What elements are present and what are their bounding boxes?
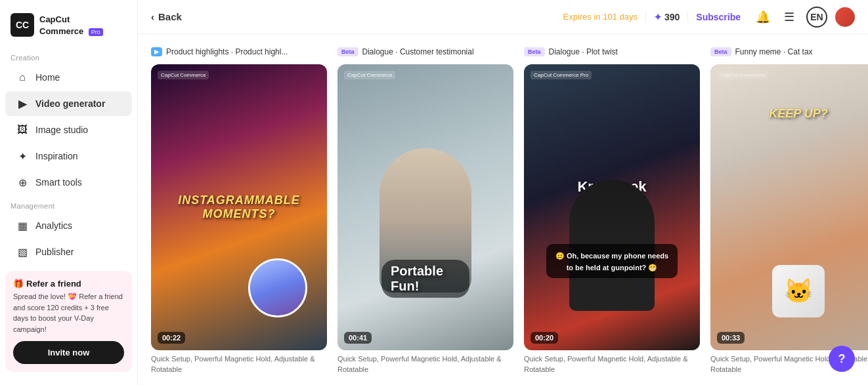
invite-now-button[interactable]: Invite now (13, 341, 124, 364)
video-card-3-title: Dialogue · Plot twist (549, 47, 618, 56)
back-button[interactable]: ‹ Back (151, 11, 182, 22)
video-generator-icon: ▶ (16, 97, 29, 110)
smart-tools-icon: ⊕ (16, 176, 29, 189)
back-label: Back (158, 11, 182, 22)
video-card-3-duration: 00:20 (531, 332, 558, 344)
video-grid: ▶ Product highlights · Product highl... … (151, 45, 855, 375)
sidebar-item-home[interactable]: ⌂ Home (5, 65, 132, 90)
video-card-1-title: Product highlights · Product highl... (166, 47, 288, 56)
sidebar-item-image-studio[interactable]: 🖼 Image studio (5, 117, 132, 142)
video-card-2-overlay-text: Portable Fun! (391, 264, 443, 293)
video-grid-container: ▶ Product highlights · Product highl... … (138, 34, 868, 385)
credits-badge: ✦ 390 (645, 12, 688, 22)
header-icons: 🔔 ☰ EN (754, 7, 855, 28)
credits-icon: ✦ (654, 12, 662, 22)
video-card-2-text-overlay: Portable Fun! (381, 260, 469, 298)
video-card-1-overlay: INSTAGRAMMABLEMOMENTS? (151, 64, 327, 350)
video-card-4-tag-row: Beta Funny meme · Cat tax (710, 45, 868, 59)
sidebar-item-smart-tools[interactable]: ⊕ Smart tools (5, 170, 132, 195)
video-card-1-thumbnail[interactable]: CapCut Commerce INSTAGRAMMABLEMOMENTS? 0… (151, 64, 327, 350)
inspiration-icon: ✦ (16, 150, 29, 163)
refer-card: 🎁 Refer a friend Spread the love! 💝 Refe… (5, 271, 132, 372)
cat-overlay: 🐱 (772, 265, 825, 317)
notification-icon[interactable]: 🔔 (754, 8, 772, 26)
video-card-1: ▶ Product highlights · Product highl... … (151, 45, 327, 375)
room-bg (710, 64, 868, 236)
sidebar-item-analytics[interactable]: ▦ Analytics (5, 213, 132, 238)
video-card-1-overlay-text: INSTAGRAMMABLEMOMENTS? (178, 193, 300, 221)
subscribe-button[interactable]: Subscribe (696, 12, 741, 22)
refer-card-title: 🎁 Refer a friend (13, 279, 124, 289)
video-card-4: Beta Funny meme · Cat tax CapCut Commerc… (710, 45, 868, 375)
sidebar: CC CapCut Commerce Pro Creation ⌂ Home ▶… (0, 0, 138, 385)
logo-sub: Commerce (39, 26, 83, 36)
sidebar-item-video-generator[interactable]: ▶ Video generator (5, 91, 132, 116)
video-card-2-beta-tag: Beta (337, 47, 358, 56)
credits-value: 390 (664, 12, 680, 22)
refer-icon: 🎁 (13, 279, 24, 289)
video-card-3: Beta Dialogue · Plot twist CapCut Commer… (524, 45, 700, 375)
image-studio-icon: 🖼 (16, 123, 29, 136)
sidebar-item-publisher-label: Publisher (35, 247, 74, 257)
sidebar-item-home-label: Home (35, 72, 60, 83)
video-card-3-overlay-text: 😐 Oh, because my phone needs to be held … (555, 252, 668, 272)
video-card-4-thumbnail[interactable]: CapCut Commerce KEEP UP? 🐱 00:33 (710, 64, 868, 350)
video-card-3-beta-tag: Beta (524, 47, 545, 56)
expires-text: Expires in 101 days (563, 12, 637, 22)
creation-section-label: Creation (0, 47, 137, 64)
home-icon: ⌂ (16, 71, 29, 84)
video-card-1-description: Quick Setup, Powerful Magnetic Hold, Adj… (151, 354, 327, 375)
publisher-icon: ▧ (16, 245, 29, 258)
refer-card-description: Spread the love! 💝 Refer a friend and sc… (13, 291, 124, 334)
logo-pro-badge: Pro (89, 28, 103, 36)
video-card-1-avatar (248, 258, 307, 317)
main-content: ‹ Back Expires in 101 days ✦ 390 Subscri… (138, 0, 868, 385)
video-card-1-duration: 00:22 (158, 332, 185, 344)
back-chevron-icon: ‹ (151, 11, 154, 22)
sidebar-item-inspiration[interactable]: ✦ Inspiration (5, 144, 132, 169)
video-card-2-duration: 00:41 (344, 332, 372, 344)
video-card-2-title: Dialogue · Customer testimonial (362, 47, 474, 56)
video-card-1-tag: ▶ (151, 47, 162, 56)
video-card-3-thumbnail[interactable]: CapCut Commerce Pro KraftGeek 😐 Oh, beca… (524, 64, 700, 350)
header: ‹ Back Expires in 101 days ✦ 390 Subscri… (138, 0, 868, 34)
video-card-3-tag-row: Beta Dialogue · Plot twist (524, 45, 700, 59)
video-card-2-description: Quick Setup, Powerful Magnetic Hold, Adj… (337, 354, 513, 375)
video-card-3-description: Quick Setup, Powerful Magnetic Hold, Adj… (524, 354, 700, 375)
help-button[interactable]: ? (829, 346, 855, 372)
video-card-4-duration: 00:33 (717, 332, 745, 344)
sidebar-item-publisher[interactable]: ▧ Publisher (5, 239, 132, 264)
avatar[interactable] (835, 7, 855, 27)
capcut-watermark-3: CapCut Commerce Pro (531, 71, 592, 79)
video-card-1-tag-row: ▶ Product highlights · Product highl... (151, 45, 327, 59)
logo: CC CapCut Commerce Pro (0, 8, 137, 47)
menu-icon[interactable]: ☰ (780, 8, 798, 26)
language-icon[interactable]: EN (806, 7, 827, 28)
sidebar-item-inspiration-label: Inspiration (35, 151, 78, 161)
logo-icon: CC (11, 13, 34, 37)
sidebar-item-video-generator-label: Video generator (35, 98, 105, 109)
video-card-2-overlay (337, 64, 513, 350)
analytics-icon: ▦ (16, 219, 29, 232)
video-card-4-title: Funny meme · Cat tax (735, 47, 813, 56)
logo-name: CapCut (39, 14, 70, 24)
video-card-3-dialog-overlay: 😐 Oh, because my phone needs to be held … (546, 244, 678, 278)
video-card-2-thumbnail[interactable]: CapCut Commerce Portable Fun! 00:41 (337, 64, 513, 350)
video-card-4-beta-tag: Beta (710, 47, 731, 56)
sidebar-item-image-studio-label: Image studio (35, 125, 88, 135)
sidebar-item-analytics-label: Analytics (35, 220, 72, 231)
sidebar-item-smart-tools-label: Smart tools (35, 177, 82, 188)
video-card-2: Beta Dialogue · Customer testimonial Cap… (337, 45, 513, 375)
management-section-label: Management (0, 195, 137, 213)
video-card-2-tag-row: Beta Dialogue · Customer testimonial (337, 45, 513, 59)
